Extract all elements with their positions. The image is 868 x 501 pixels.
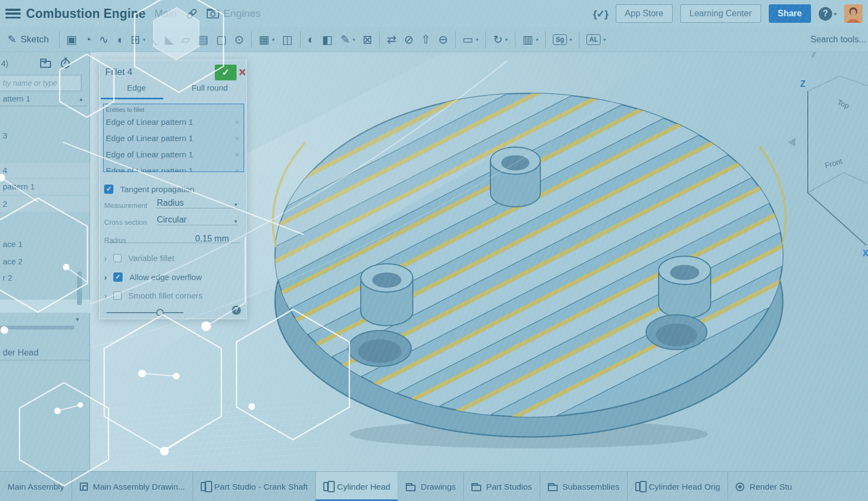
sep[interactable] xyxy=(300,31,301,48)
document-tab[interactable]: Part Studios xyxy=(464,472,540,501)
feature-list-item[interactable]: ace 2 ▴ xyxy=(0,254,82,269)
offset-surface-icon[interactable]: ⊖ xyxy=(435,27,452,52)
help-menu[interactable]: ? ▾ xyxy=(819,7,837,21)
search-tools-input[interactable]: Search tools... xyxy=(810,27,868,52)
al-badge-icon[interactable]: AL ▾ xyxy=(583,27,610,52)
feature-list-item[interactable]: 3 ▴ xyxy=(0,128,82,143)
entities-to-fillet-box[interactable]: Entities to fillet Edge of Linear patter… xyxy=(103,104,244,172)
slider-track[interactable] xyxy=(106,312,183,313)
fillet-entity-row[interactable]: Edge of Linear pattern 1 × xyxy=(104,130,244,147)
feature-list-item[interactable]: ▴ xyxy=(0,145,82,161)
helix-icon[interactable]: ↻ ▾ xyxy=(489,27,512,52)
sg-badge-icon[interactable]: Sg ▾ xyxy=(549,27,576,52)
fillet-entity-row[interactable]: Edge of Linear pattern 1 × xyxy=(104,163,244,172)
delete-face-icon[interactable]: ⊘ xyxy=(400,27,418,52)
new-folder-icon[interactable] xyxy=(40,61,51,68)
chevron-down-icon[interactable]: ▾ xyxy=(476,37,478,42)
sep[interactable] xyxy=(486,31,486,48)
thicken-icon[interactable]: ⊞ ▾ xyxy=(127,27,149,52)
expand-chevron-icon[interactable]: › xyxy=(104,254,107,263)
fillet-entity-row[interactable]: Edge of Linear pattern 1 × xyxy=(104,147,244,163)
expand-chevron-icon[interactable]: › xyxy=(104,273,107,282)
mirror-icon[interactable]: ◫ xyxy=(278,27,297,52)
sep[interactable] xyxy=(515,31,515,48)
measurement-dropdown[interactable]: Radius ▾ xyxy=(157,198,238,208)
document-tab[interactable]: Drawings xyxy=(398,472,464,501)
replace-face-icon[interactable]: ⇄ xyxy=(383,27,400,52)
plane-icon[interactable]: ▭ ▾ xyxy=(459,27,482,52)
chamfer-icon[interactable]: ◣ xyxy=(161,27,177,52)
share-button[interactable]: Share xyxy=(769,4,811,23)
feature-list-item[interactable]: pattern 1 ▴ xyxy=(0,179,90,194)
document-tab[interactable]: Main Assembly xyxy=(0,472,72,501)
fillet-icon[interactable]: ◟ xyxy=(149,27,161,52)
opacity-slider[interactable] xyxy=(106,309,183,316)
modify-fillet-icon[interactable]: ✎ ▾ xyxy=(336,27,359,52)
main-menu-icon[interactable] xyxy=(5,9,21,18)
scroll-down-caret-icon[interactable]: ▾ xyxy=(76,316,79,323)
remove-entity-icon[interactable]: × xyxy=(235,114,239,130)
document-location[interactable]: Engines xyxy=(224,8,261,20)
draft-icon[interactable]: ▱ xyxy=(177,27,194,52)
chevron-down-icon[interactable]: ▾ xyxy=(536,37,539,42)
smooth-fillet-corners-checkbox[interactable] xyxy=(113,291,122,300)
split-icon[interactable]: ◧ xyxy=(318,27,337,52)
dialog-tab[interactable]: Full round xyxy=(173,83,246,97)
remove-entity-icon[interactable]: × xyxy=(235,147,239,163)
cancel-button[interactable]: × xyxy=(239,65,246,80)
chevron-down-icon[interactable]: ▾ xyxy=(506,37,508,42)
move-face-icon[interactable]: ⇧ xyxy=(417,27,435,52)
document-tab[interactable]: Part Studio - Crank Shaft xyxy=(193,472,316,501)
sheet-metal-icon[interactable]: ▥ ▾ xyxy=(519,27,542,52)
horizontal-scrollbar-thumb[interactable] xyxy=(0,326,74,329)
bore-hole[interactable] xyxy=(646,315,707,350)
rollback-history-icon[interactable] xyxy=(61,59,70,68)
remove-entity-icon[interactable]: × xyxy=(235,163,239,172)
variable-fillet-checkbox[interactable] xyxy=(113,254,122,262)
shell-icon[interactable]: ▢ xyxy=(212,27,231,52)
allow-edge-overflow-checkbox[interactable]: ✓ xyxy=(113,272,123,282)
sketch-button[interactable]: ✎ Sketch xyxy=(0,33,56,46)
expand-chevron-icon[interactable]: › xyxy=(104,291,107,300)
sep[interactable] xyxy=(545,31,546,48)
link-icon[interactable] xyxy=(186,8,197,19)
spark-plug-boss[interactable] xyxy=(361,264,413,326)
spark-plug-boss[interactable] xyxy=(659,256,711,318)
learning-center-button[interactable]: Learning Center xyxy=(680,4,761,23)
hole-icon[interactable]: ⊙ xyxy=(231,27,248,52)
sep[interactable] xyxy=(455,31,456,48)
spark-plug-boss[interactable] xyxy=(490,147,540,207)
sweep-icon[interactable]: ∿ xyxy=(95,27,112,52)
feature-list-item[interactable]: 2 ▴ xyxy=(0,196,90,212)
sep[interactable] xyxy=(579,31,579,48)
delete-part-icon[interactable]: ⊠ xyxy=(359,27,376,52)
chevron-down-icon[interactable]: ▾ xyxy=(353,37,355,42)
view-cube[interactable]: Z X Top Front xyxy=(788,43,868,258)
feature-list-item[interactable]: ▴ xyxy=(0,111,82,126)
chevron-down-icon[interactable]: ▾ xyxy=(570,37,572,42)
collapse-caret-icon[interactable]: ▴ xyxy=(79,91,82,106)
dialog-help-icon[interactable]: ? xyxy=(232,306,241,315)
slider-handle[interactable] xyxy=(156,309,164,316)
document-tab[interactable]: Main Assembly Drawin... xyxy=(72,472,193,501)
boolean-icon[interactable]: ◐ xyxy=(304,27,318,52)
user-avatar[interactable] xyxy=(844,4,863,23)
fillet-entity-row[interactable]: Edge of Linear pattern 1 × xyxy=(104,114,244,130)
loft-icon[interactable]: ◖ xyxy=(112,27,127,52)
chevron-down-icon[interactable]: ▾ xyxy=(603,37,606,42)
feature-list-item[interactable]: attern 1 ▴ xyxy=(0,91,87,106)
dialog-tab[interactable]: Edge xyxy=(100,83,173,97)
feature-filter-input[interactable] xyxy=(0,75,81,91)
app-store-button[interactable]: App Store xyxy=(616,4,673,23)
remove-entity-icon[interactable]: × xyxy=(235,130,239,147)
document-tab[interactable]: Cylinder Head xyxy=(316,472,398,501)
extrude-icon[interactable]: ▣ xyxy=(62,27,81,52)
bore-hole[interactable] xyxy=(348,331,411,366)
featurescript-icon[interactable]: {✓} xyxy=(593,8,608,20)
chevron-down-icon[interactable]: ▾ xyxy=(143,37,145,42)
branch-name[interactable]: Main xyxy=(155,8,177,20)
document-tab[interactable]: Cylinder Head Orig xyxy=(628,472,729,501)
feature-list-item[interactable]: ace 1 ▴ xyxy=(0,237,82,252)
sep[interactable] xyxy=(379,31,380,48)
help-icon[interactable]: ? xyxy=(819,7,832,21)
